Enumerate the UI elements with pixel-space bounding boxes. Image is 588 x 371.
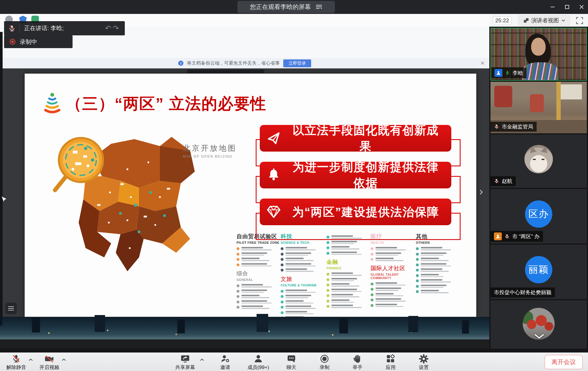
settings-button[interactable]: 设置 xyxy=(412,354,436,371)
legend-item xyxy=(281,311,324,314)
legend-item xyxy=(237,252,280,256)
legend-item xyxy=(237,295,280,298)
video-options-caret[interactable] xyxy=(62,357,66,362)
legend-item xyxy=(281,252,324,256)
legend-item xyxy=(327,278,370,281)
legend-item xyxy=(237,258,280,261)
legend-item xyxy=(327,289,370,292)
record-button[interactable]: 录制 xyxy=(312,354,337,371)
scroll-participants-down-icon[interactable] xyxy=(534,334,544,339)
invite-label: 邀请 xyxy=(220,364,230,371)
invite-button[interactable]: 邀请 xyxy=(213,354,237,371)
recording-status-overlay: 录制中 xyxy=(4,35,73,48)
meeting-toolbar: 解除静音 开启视频 xyxy=(0,352,588,371)
legend-title-en: CULTURE & TOURISM xyxy=(281,283,324,287)
apps-icon xyxy=(386,354,395,363)
members-label: 成员(99+) xyxy=(248,364,269,371)
legend-item xyxy=(327,305,370,308)
video-tile-partial[interactable] xyxy=(490,300,587,349)
legend-title-zh: 国际人才社区 xyxy=(371,265,414,272)
chat-button[interactable]: 聊天 xyxy=(279,354,304,371)
video-tile-zhaohang[interactable]: 赵航 xyxy=(490,134,587,188)
participant-name: 赵航 xyxy=(502,178,512,185)
mic-muted-icon xyxy=(8,24,16,32)
recording-status-text: 录制中 xyxy=(20,38,37,46)
share-screen-button[interactable]: 共享屏幕 xyxy=(173,354,197,371)
host-badge xyxy=(495,69,502,77)
maximize-button[interactable] xyxy=(564,4,570,10)
mouse-cursor xyxy=(1,196,8,205)
legend-item xyxy=(327,299,370,303)
apps-button[interactable]: 应用 xyxy=(378,354,403,371)
legend-item xyxy=(371,247,414,250)
legend-item xyxy=(416,252,459,256)
legend-item xyxy=(281,295,324,298)
legend-items xyxy=(281,247,324,272)
legend-item xyxy=(416,290,459,293)
legend-items xyxy=(281,290,324,320)
undo-redo-icons: ↶↷ xyxy=(105,24,121,32)
legend-item xyxy=(327,252,370,255)
audio-options-caret[interactable] xyxy=(28,357,33,362)
legend-item xyxy=(237,300,280,304)
banner-2-text: 为进一步制度创新提供法律依据 xyxy=(288,159,451,191)
minimize-button[interactable] xyxy=(550,4,555,10)
fullscreen-button[interactable] xyxy=(575,16,585,26)
legend-item xyxy=(416,263,459,267)
raise-hand-button[interactable]: 举手 xyxy=(345,354,370,371)
legend-item xyxy=(327,246,370,250)
presenter-minibar xyxy=(187,70,264,73)
view-mode-dropdown[interactable]: 演讲者视图 xyxy=(518,15,570,26)
video-tile-liying[interactable]: 丽颖 市投促中心财务处樊丽颖 xyxy=(490,245,587,299)
invite-icon xyxy=(221,354,230,363)
legend-item xyxy=(371,298,414,302)
meeting-window: 您正在观看李晗的屏幕 xyxy=(0,0,588,371)
map-title-en: MAP OF OPEN BEIJING xyxy=(183,154,237,159)
legend-items xyxy=(371,247,414,261)
map-title-zh: 北京开放地图 xyxy=(183,143,237,153)
legend-item xyxy=(281,263,324,267)
slide-logo-icon xyxy=(40,90,65,115)
leave-meeting-button[interactable]: 离开会议 xyxy=(544,355,583,369)
share-screen-icon xyxy=(181,354,190,363)
settings-gear-icon xyxy=(419,354,428,363)
sidebar-header: 25:22 演讲者视图 xyxy=(489,14,588,27)
legend-item xyxy=(371,293,414,297)
video-tile-liangquban[interactable]: 区办 市 “两区” 办 xyxy=(490,189,587,243)
cat-avatar xyxy=(524,145,553,173)
legend-column-5: 其他 OTHERS xyxy=(416,233,459,297)
legend-item xyxy=(281,268,324,272)
watching-screen-label: 您正在观看李晗的屏幕 xyxy=(250,3,311,11)
notification-close-icon[interactable]: ✕ xyxy=(480,60,485,66)
share-options-caret[interactable] xyxy=(200,357,204,362)
record-label: 录制 xyxy=(320,364,329,371)
legend-item xyxy=(237,284,280,288)
login-now-button[interactable]: 立即登录 xyxy=(283,59,311,67)
unmute-button[interactable]: 解除静音 xyxy=(4,354,28,371)
map-title: 北京开放地图 MAP OF OPEN BEIJING xyxy=(183,143,237,159)
mic-muted-icon xyxy=(494,124,499,130)
legend-items xyxy=(371,282,414,307)
speaking-status-overlay: 正在讲话: 李晗; ↶↷ xyxy=(4,21,125,35)
watching-screen-pill[interactable]: 您正在观看李晗的屏幕 xyxy=(237,1,335,13)
annotation-tools-button[interactable] xyxy=(5,303,17,314)
legend-item xyxy=(371,304,414,307)
video-tile-lihan[interactable]: 李晗 xyxy=(490,28,587,81)
legend-item xyxy=(416,279,459,283)
avatar: 丽颖 xyxy=(525,256,552,283)
start-video-button[interactable]: 开启视频 xyxy=(37,354,62,371)
members-button[interactable]: 成员(99+) xyxy=(246,354,270,371)
video-tile-jinrongju[interactable]: 市金融监管局 xyxy=(490,82,587,133)
close-button[interactable] xyxy=(579,4,585,10)
stage-bottom-strip xyxy=(0,339,489,349)
banner-1-text: 以立法手段固化既有创新成果 xyxy=(288,122,451,154)
toolbar-top-strip xyxy=(0,349,588,352)
info-icon: i xyxy=(178,61,183,66)
legend-title-en: GLOBAL TALENT COMMUNITY xyxy=(371,273,414,280)
legend-title-zh: 金融 xyxy=(327,258,370,266)
view-mode-label: 演讲者视图 xyxy=(531,17,559,24)
camera-off-icon xyxy=(44,354,54,363)
legend-item xyxy=(281,300,324,304)
presentation-stage: （三）“两区” 立法的必要性 xyxy=(0,68,489,349)
sidebar-collapse-chevron-icon[interactable]: › xyxy=(479,185,484,198)
